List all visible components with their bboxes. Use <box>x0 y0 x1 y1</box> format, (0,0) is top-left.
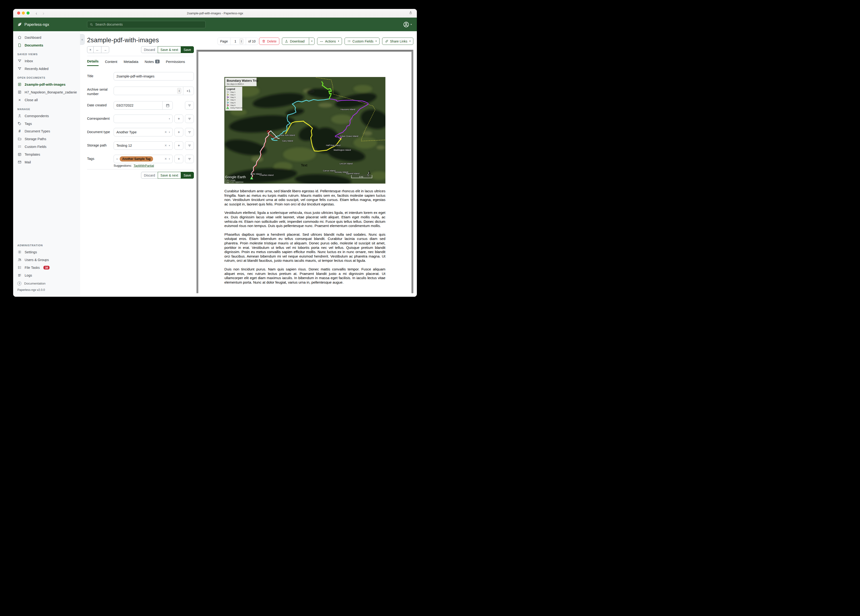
save-button[interactable]: Save <box>181 172 194 179</box>
window-close-button[interactable] <box>17 11 20 14</box>
chevron-down-icon[interactable]: ▾ <box>169 131 170 134</box>
tags-filter-button[interactable] <box>185 155 194 163</box>
storage-path-filter-button[interactable] <box>185 141 194 150</box>
sidebar-item-storage-paths[interactable]: Storage Paths <box>13 135 80 143</box>
suggestions-label: Suggestions: <box>114 164 132 167</box>
add-document-type-button[interactable]: + <box>174 128 183 137</box>
stepper-down-icon[interactable]: ▾ <box>179 91 180 92</box>
sidebar-item-inbox[interactable]: Inbox <box>13 57 80 65</box>
sidebar-item-mail[interactable]: Mail <box>13 158 80 166</box>
share-icon[interactable] <box>409 11 413 15</box>
sidebar-item-label: Documents <box>25 43 43 47</box>
clear-icon[interactable]: × <box>165 143 166 148</box>
tab-metadata[interactable]: Metadata <box>124 59 138 66</box>
stepper-down-icon[interactable]: ▾ <box>241 41 242 43</box>
tab-content[interactable]: Content <box>105 59 117 66</box>
app-navbar: Paperless-ngx ▾ <box>13 17 417 31</box>
share-links-button[interactable]: Share Links ▾ <box>382 38 413 45</box>
save-button-group: Discard Save & next Save <box>141 46 194 53</box>
page-number-input[interactable] <box>233 39 238 43</box>
sidebar-open-doc-2[interactable]: H7_Napoleon_Bonaparte_zadanie <box>13 88 80 96</box>
date-filter-button[interactable] <box>185 101 194 110</box>
document-type-filter-button[interactable] <box>185 128 194 137</box>
sidebar-item-file-tasks[interactable]: File Tasks 16 <box>13 264 80 271</box>
sidebar-item-label: Settings <box>25 250 37 254</box>
search-input[interactable] <box>95 22 203 27</box>
brand[interactable]: Paperless-ngx <box>13 22 80 27</box>
sidebar-collapse-handle[interactable]: « <box>80 34 85 45</box>
tag-chip[interactable]: Another Sample Tag <box>120 156 153 162</box>
storage-path-select[interactable]: Testing 12 ×▾ <box>114 141 173 150</box>
title-input[interactable] <box>114 74 194 78</box>
page-stepper[interactable]: ▴▾ <box>239 39 243 44</box>
browser-back-icon[interactable]: ‹ <box>34 9 39 17</box>
custom-fields-button[interactable]: Custom Fields ▾ <box>345 38 380 45</box>
tag-remove-icon[interactable]: × <box>116 157 118 161</box>
tags-select[interactable]: × Another Sample Tag ×▾ <box>114 155 173 163</box>
download-options-caret[interactable]: ▾ <box>309 38 314 45</box>
sidebar-item-templates[interactable]: Templates <box>13 151 80 158</box>
correspondent-select[interactable]: ▾ <box>114 115 173 123</box>
clear-icon[interactable]: × <box>165 157 166 161</box>
next-document-button[interactable]: → <box>101 46 109 53</box>
add-tag-button[interactable]: + <box>174 155 183 163</box>
previous-document-button[interactable]: ← <box>93 46 101 53</box>
sidebar-item-label: Document Types <box>25 129 50 133</box>
sidebar-item-logs[interactable]: Logs <box>13 271 80 279</box>
add-storage-path-button[interactable]: + <box>174 141 183 150</box>
asn-next-button[interactable]: +1 <box>183 87 194 95</box>
asn-stepper[interactable]: ▴▾ <box>177 88 181 94</box>
dots-icon: ⋯ <box>320 39 323 43</box>
chevron-down-icon[interactable]: ▾ <box>169 158 170 160</box>
save-and-next-button[interactable]: Save & next <box>158 172 181 179</box>
document-text-icon <box>17 82 22 86</box>
sidebar-item-document-types[interactable]: # Document Types <box>13 127 80 135</box>
download-button[interactable]: Download ▾ <box>282 38 314 45</box>
window-minimize-button[interactable] <box>22 11 25 14</box>
clear-icon[interactable]: × <box>165 130 166 134</box>
correspondent-filter-button[interactable] <box>185 115 194 123</box>
title-field-label: Title <box>87 72 111 80</box>
discard-button[interactable]: Discard <box>141 172 158 179</box>
users-icon <box>17 258 22 262</box>
browser-forward-icon[interactable]: › <box>41 9 46 17</box>
document-type-select[interactable]: Another Type ×▾ <box>114 128 173 137</box>
sidebar-item-recently-added[interactable]: Recently Added <box>13 65 80 72</box>
chevron-down-icon[interactable]: ▾ <box>169 118 170 120</box>
tab-permissions[interactable]: Permissions <box>166 59 185 66</box>
save-and-next-button[interactable]: Save & next <box>158 46 181 53</box>
user-menu[interactable]: ▾ <box>403 21 412 28</box>
window-zoom-button[interactable] <box>27 11 30 14</box>
discard-button[interactable]: Discard <box>141 46 158 53</box>
tag-suggestion-link[interactable]: TagWithPartial <box>133 164 154 167</box>
sidebar-item-users-groups[interactable]: Users & Groups <box>13 256 80 264</box>
close-document-button[interactable]: × <box>87 46 94 53</box>
sidebar-item-documents[interactable]: Documents <box>13 41 80 49</box>
tab-notes[interactable]: Notes1 <box>144 59 159 66</box>
delete-button[interactable]: Delete <box>259 38 279 45</box>
add-correspondent-button[interactable]: + <box>174 115 183 123</box>
sidebar-item-dashboard[interactable]: Dashboard <box>13 34 80 41</box>
sidebar-open-doc-current[interactable]: 2sample-pdf-with-images <box>13 80 80 88</box>
search-box[interactable] <box>87 21 206 28</box>
button-label: Actions <box>325 39 336 43</box>
sidebar-item-settings[interactable]: Settings <box>13 248 80 256</box>
actions-button[interactable]: ⋯ Actions ▾ <box>317 38 342 45</box>
date-created-field-label: Date created <box>87 101 111 110</box>
user-menu-caret-icon: ▾ <box>411 24 412 25</box>
tab-details[interactable]: Details <box>87 59 99 66</box>
date-created-input[interactable] <box>114 104 162 107</box>
sidebar-item-documentation[interactable]: ? Documentation <box>13 279 80 286</box>
chevron-down-icon: ▾ <box>311 40 313 42</box>
sidebar-item-correspondents[interactable]: Correspondents <box>13 112 80 120</box>
pdf-viewer[interactable]: Hausons Island New York Island Gary Isla… <box>196 50 413 293</box>
sidebar-item-custom-fields[interactable]: Custom Fields <box>13 143 80 151</box>
document-icon <box>17 43 22 47</box>
save-button[interactable]: Save <box>181 46 194 53</box>
asn-input[interactable] <box>114 89 177 93</box>
calendar-button[interactable] <box>162 101 173 109</box>
page-navigation: Page ▴▾ of 10 <box>218 38 258 45</box>
sidebar-item-tags[interactable]: Tags <box>13 120 80 127</box>
sidebar-close-all[interactable]: × Close all <box>13 96 80 104</box>
chevron-down-icon[interactable]: ▾ <box>169 145 170 147</box>
